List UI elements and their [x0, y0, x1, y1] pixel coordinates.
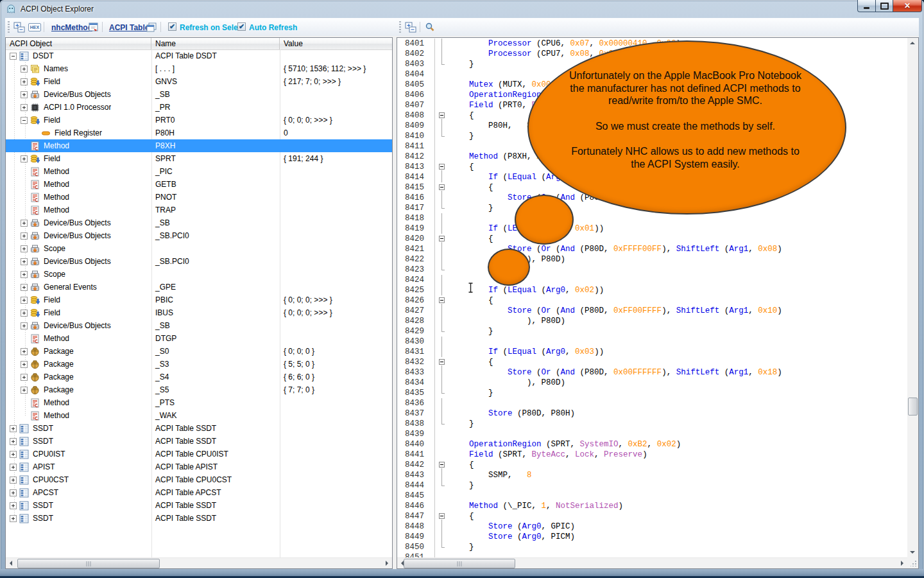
expander-icon[interactable] — [10, 477, 17, 484]
expander-icon[interactable] — [21, 78, 28, 85]
tree-row[interactable]: ACPI 1.0 Processor_PR — [6, 101, 392, 114]
tree-row[interactable]: CPU0CSTACPI Table CPU0CST — [6, 473, 392, 486]
tree-row[interactable]: SSDTACPI Table SSDT — [6, 435, 392, 448]
hex-view-button[interactable]: HEX — [28, 21, 41, 33]
tree-row[interactable]: MethodTRAP — [6, 204, 392, 216]
expander-icon[interactable] — [10, 464, 17, 471]
tree-row[interactable]: General Events_GPE — [6, 281, 392, 293]
expander-icon[interactable] — [21, 91, 28, 98]
code-line[interactable]: 8439 — [397, 429, 907, 439]
tree-row[interactable]: Device/Bus Objects_SB — [6, 216, 392, 229]
refresh-on-select-checkbox[interactable]: ✔ — [168, 22, 176, 31]
scroll-right-arrow[interactable] — [897, 558, 907, 568]
code-line[interactable]: 8438 } — [397, 419, 907, 429]
code-line[interactable]: 8446 Method (\_PIC, 1, NotSerialized) — [397, 501, 907, 511]
expander-icon[interactable] — [21, 271, 28, 278]
code-line[interactable]: 8423 } — [397, 265, 907, 275]
code-line[interactable]: 8433 Store (Or (And (P80D, 0x00FFFFFF), … — [397, 367, 907, 378]
tree-row[interactable]: Method_PTS — [6, 396, 392, 409]
tree-row[interactable]: Device/Bus Objects_SB.PCI0 — [6, 229, 392, 242]
code-line[interactable]: 8428 ), P80D) — [397, 316, 907, 326]
expander-icon[interactable] — [10, 53, 17, 60]
toolbar-grip[interactable] — [8, 21, 10, 33]
code-line[interactable]: 8442 { — [397, 460, 907, 470]
code-line[interactable]: 8431 If (LEqual (Arg0, 0x03)) — [397, 347, 907, 357]
code-line[interactable]: 8447 { — [397, 511, 907, 521]
column-header-name[interactable]: Name — [151, 38, 280, 49]
code-line[interactable]: 8435 } — [397, 388, 907, 398]
expander-icon[interactable] — [10, 451, 17, 458]
title-bar[interactable]: ACPI Object Explorer ✕ — [0, 0, 924, 18]
auto-refresh-checkbox[interactable]: ✔ — [237, 22, 246, 31]
tree-row[interactable]: SSDTACPI Table SSDT — [6, 422, 392, 435]
fold-collapse-icon[interactable] — [437, 460, 446, 470]
expander-icon[interactable] — [21, 232, 28, 240]
column-header-value[interactable]: Value — [280, 38, 392, 49]
fold-collapse-icon[interactable] — [437, 511, 446, 521]
tree-row[interactable]: APCSTACPI Table APCST — [6, 486, 392, 499]
search-icon[interactable] — [424, 21, 436, 33]
expander-icon[interactable] — [21, 348, 28, 355]
code-line[interactable]: 8440 OperationRegion (SPRT, SystemIO, 0x… — [397, 439, 907, 450]
code-line[interactable]: 8419 If (LEqual (Arg0, 0x01)) — [397, 223, 907, 234]
expand-code-tree-icon[interactable] — [404, 21, 417, 33]
expander-icon[interactable] — [10, 502, 17, 509]
tree-row[interactable]: Names[ . . . ]{ 5710; 1536; 112; >>> } — [6, 62, 392, 75]
expander-icon[interactable] — [10, 425, 17, 432]
column-header-acpi-object[interactable]: ACPI Object — [6, 38, 151, 49]
tree-horizontal-scrollbar[interactable] — [6, 557, 392, 568]
code-horizontal-scrollbar[interactable] — [397, 557, 907, 568]
expander-icon[interactable] — [21, 374, 28, 381]
acpi-tables-icon[interactable] — [145, 21, 158, 33]
scrollbar-thumb[interactable] — [908, 398, 918, 416]
code-line[interactable]: 8427 Store (Or (And (P80D, 0xFF00FFFF), … — [397, 306, 907, 316]
tree-row[interactable]: Package_S3{ 5; 5; 0 } — [6, 358, 392, 371]
fold-collapse-icon[interactable] — [437, 110, 446, 121]
tree-row[interactable]: MethodP8XH — [6, 139, 392, 152]
expander-icon[interactable] — [21, 220, 28, 227]
code-line[interactable]: 8436 — [397, 398, 907, 408]
expand-tree-icon[interactable] — [13, 21, 26, 33]
tree-row[interactable]: SSDTACPI Table SSDT — [6, 499, 392, 512]
fold-collapse-icon[interactable] — [437, 182, 446, 193]
nhc-method-icon[interactable] — [87, 21, 100, 33]
tree-row[interactable]: CPU0ISTACPI Table CPU0IST — [6, 448, 392, 460]
expander-icon[interactable] — [21, 66, 28, 73]
code-vertical-scrollbar[interactable] — [907, 38, 918, 557]
code-line[interactable]: 8443 SSMP, 8 — [397, 470, 907, 480]
code-line[interactable]: 8449 Store (Arg0, PICM) — [397, 532, 907, 542]
expander-icon[interactable] — [10, 489, 17, 496]
code-line[interactable]: 8430 — [397, 337, 907, 347]
expander-icon[interactable] — [21, 117, 28, 124]
expander-icon[interactable] — [21, 361, 28, 368]
fold-collapse-icon[interactable] — [437, 295, 446, 306]
fold-collapse-icon[interactable] — [437, 162, 446, 172]
code-line[interactable]: 8432 { — [397, 357, 907, 367]
tree-row[interactable]: Method_WAK — [6, 409, 392, 422]
code-line[interactable]: 8424 — [397, 275, 907, 285]
toolbar-grip[interactable] — [399, 21, 401, 33]
tree-row[interactable]: Scope — [6, 268, 392, 281]
code-line[interactable]: 8445 — [397, 491, 907, 501]
code-line[interactable]: 8421 Store (Or (And (P80D, 0xFFFF00FF), … — [397, 244, 907, 254]
tree-row[interactable]: Package_S0{ 0; 0; 0 } — [6, 345, 392, 358]
code-line[interactable]: 8434 ), P80D) — [397, 378, 907, 388]
tree-row[interactable]: APISTACPI Table APIST — [6, 460, 392, 473]
tree-row[interactable]: MethodGETB — [6, 178, 392, 191]
tree-row[interactable]: Device/Bus Objects_SB — [6, 319, 392, 332]
tree-row[interactable]: MethodPNOT — [6, 191, 392, 204]
code-line[interactable]: 8441 Field (SPRT, ByteAcc, Lock, Preserv… — [397, 450, 907, 460]
code-line[interactable]: 8450 } — [397, 542, 907, 552]
minimize-button[interactable] — [857, 0, 876, 12]
expander-icon[interactable] — [10, 438, 17, 445]
code-line[interactable]: 8429 } — [397, 326, 907, 337]
code-line[interactable]: 8426 { — [397, 295, 907, 306]
code-line[interactable]: 8437 Store (P80D, P80H) — [397, 408, 907, 419]
code-line[interactable]: 8444 } — [397, 480, 907, 491]
scroll-right-arrow[interactable] — [382, 558, 392, 568]
expander-icon[interactable] — [21, 297, 28, 304]
tree-row[interactable]: Device/Bus Objects_SB — [6, 88, 392, 101]
scrollbar-thumb[interactable] — [17, 559, 160, 568]
code-line[interactable]: 8422 ), P80D) — [397, 254, 907, 265]
code-line[interactable]: 8451 — [397, 552, 907, 557]
